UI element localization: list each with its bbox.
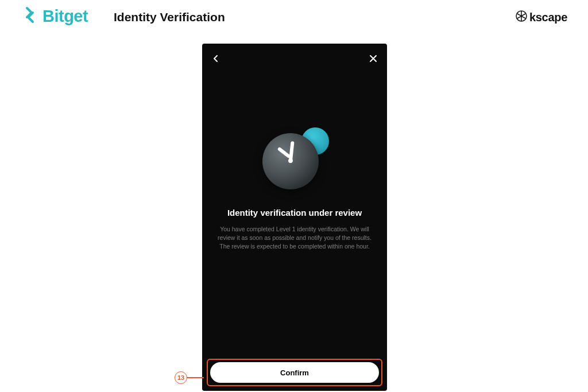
kscape-logo: kscape (516, 10, 567, 24)
close-button[interactable] (368, 53, 379, 64)
kscape-logo-text: kscape (529, 11, 567, 24)
annotation-connector-line (187, 377, 204, 378)
step-number-badge: 13 (175, 371, 187, 384)
bitget-logo: Bitget (21, 6, 88, 26)
page-title: Identity Verification (114, 10, 225, 24)
bitget-arrows-icon (21, 6, 39, 26)
back-button[interactable] (210, 53, 222, 64)
review-heading: Identity verification under review (202, 208, 387, 218)
review-body: You have completed Level 1 identity veri… (212, 225, 377, 251)
close-icon (369, 55, 377, 63)
clock-illustration (202, 130, 387, 189)
kscape-mark-icon (516, 10, 527, 24)
chevron-left-icon (212, 55, 220, 63)
confirm-button[interactable]: Confirm (210, 362, 379, 383)
bitget-logo-text: Bitget (42, 7, 88, 26)
step-annotation: 13 (175, 371, 204, 384)
phone-screenshot: Identity verification under review You h… (202, 44, 387, 391)
